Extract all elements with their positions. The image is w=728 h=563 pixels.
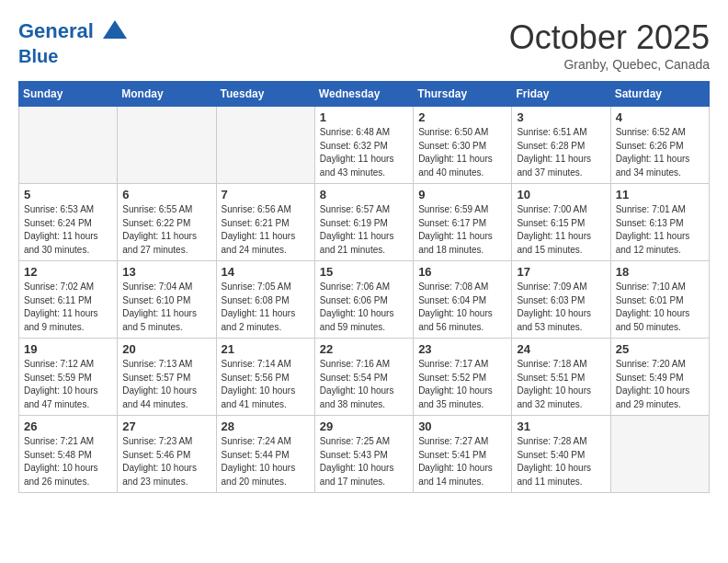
week-row-3: 12Sunrise: 7:02 AM Sunset: 6:11 PM Dayli… [19,261,710,339]
day-info: Sunrise: 7:25 AM Sunset: 5:43 PM Dayligh… [320,435,408,488]
calendar-cell: 19Sunrise: 7:12 AM Sunset: 5:59 PM Dayli… [19,339,118,416]
day-number: 8 [320,188,408,201]
day-info: Sunrise: 6:52 AM Sunset: 6:26 PM Dayligh… [616,126,704,179]
calendar-cell: 26Sunrise: 7:21 AM Sunset: 5:48 PM Dayli… [19,416,118,493]
weekday-header-wednesday: Wednesday [314,82,413,107]
day-number: 5 [24,188,112,201]
calendar-cell: 29Sunrise: 7:25 AM Sunset: 5:43 PM Dayli… [314,416,413,493]
day-info: Sunrise: 7:06 AM Sunset: 6:06 PM Dayligh… [320,281,408,334]
day-info: Sunrise: 7:09 AM Sunset: 6:03 PM Dayligh… [517,281,605,334]
day-number: 2 [418,110,506,124]
day-info: Sunrise: 7:21 AM Sunset: 5:48 PM Dayligh… [24,435,112,488]
title-section: October 2025 Granby, Quebec, Canada [509,18,710,72]
day-number: 31 [517,419,605,433]
logo-text: General [18,18,129,46]
calendar-cell: 14Sunrise: 7:05 AM Sunset: 6:08 PM Dayli… [216,261,314,339]
day-number: 16 [418,265,506,279]
day-info: Sunrise: 7:02 AM Sunset: 6:11 PM Dayligh… [24,281,112,334]
calendar-cell: 17Sunrise: 7:09 AM Sunset: 6:03 PM Dayli… [512,261,610,339]
day-number: 14 [222,265,310,279]
calendar-cell: 30Sunrise: 7:27 AM Sunset: 5:41 PM Dayli… [414,416,512,493]
day-info: Sunrise: 7:04 AM Sunset: 6:10 PM Dayligh… [122,281,210,334]
week-row-2: 5Sunrise: 6:53 AM Sunset: 6:24 PM Daylig… [19,184,710,261]
calendar-cell [216,107,314,184]
weekday-header-sunday: Sunday [19,82,118,107]
day-number: 13 [122,265,210,279]
calendar-cell: 8Sunrise: 6:57 AM Sunset: 6:19 PM Daylig… [314,184,413,261]
day-info: Sunrise: 6:50 AM Sunset: 6:30 PM Dayligh… [418,126,506,179]
day-info: Sunrise: 7:23 AM Sunset: 5:46 PM Dayligh… [122,435,210,488]
day-number: 30 [418,419,506,433]
calendar-cell: 22Sunrise: 7:16 AM Sunset: 5:54 PM Dayli… [314,339,413,416]
day-info: Sunrise: 7:16 AM Sunset: 5:54 PM Dayligh… [320,358,408,411]
calendar-cell: 5Sunrise: 6:53 AM Sunset: 6:24 PM Daylig… [19,184,118,261]
week-row-1: 1Sunrise: 6:48 AM Sunset: 6:32 PM Daylig… [19,107,710,184]
calendar-cell: 13Sunrise: 7:04 AM Sunset: 6:10 PM Dayli… [118,261,216,339]
calendar-cell: 1Sunrise: 6:48 AM Sunset: 6:32 PM Daylig… [314,107,413,184]
day-info: Sunrise: 7:27 AM Sunset: 5:41 PM Dayligh… [418,435,506,488]
day-info: Sunrise: 7:10 AM Sunset: 6:01 PM Dayligh… [616,281,704,334]
day-number: 4 [616,110,704,124]
weekday-header-thursday: Thursday [414,82,512,107]
week-row-4: 19Sunrise: 7:12 AM Sunset: 5:59 PM Dayli… [19,339,710,416]
day-number: 23 [418,342,506,356]
day-info: Sunrise: 7:05 AM Sunset: 6:08 PM Dayligh… [222,281,310,334]
calendar-cell: 6Sunrise: 6:55 AM Sunset: 6:22 PM Daylig… [118,184,216,261]
calendar-cell [610,416,709,493]
calendar-table: SundayMondayTuesdayWednesdayThursdayFrid… [18,81,710,493]
day-info: Sunrise: 7:24 AM Sunset: 5:44 PM Dayligh… [222,435,310,488]
calendar-cell: 7Sunrise: 6:56 AM Sunset: 6:21 PM Daylig… [216,184,314,261]
day-info: Sunrise: 7:01 AM Sunset: 6:13 PM Dayligh… [616,203,704,257]
location-subtitle: Granby, Quebec, Canada [509,57,710,72]
calendar-cell: 10Sunrise: 7:00 AM Sunset: 6:15 PM Dayli… [512,184,610,261]
calendar-cell: 21Sunrise: 7:14 AM Sunset: 5:56 PM Dayli… [216,339,314,416]
calendar-cell: 4Sunrise: 6:52 AM Sunset: 6:26 PM Daylig… [610,107,709,184]
calendar-cell: 24Sunrise: 7:18 AM Sunset: 5:51 PM Dayli… [512,339,610,416]
day-number: 1 [320,110,408,124]
calendar-cell: 28Sunrise: 7:24 AM Sunset: 5:44 PM Dayli… [216,416,314,493]
logo: General Blue [18,18,129,66]
page-header: General Blue October 2025 Granby, Quebec… [18,18,710,72]
weekday-header-friday: Friday [512,82,610,107]
weekday-header-monday: Monday [118,82,216,107]
day-info: Sunrise: 7:12 AM Sunset: 5:59 PM Dayligh… [24,358,112,411]
day-number: 22 [320,342,408,356]
calendar-cell: 9Sunrise: 6:59 AM Sunset: 6:17 PM Daylig… [414,184,512,261]
calendar-cell [19,107,118,184]
calendar-cell: 12Sunrise: 7:02 AM Sunset: 6:11 PM Dayli… [19,261,118,339]
day-info: Sunrise: 6:53 AM Sunset: 6:24 PM Dayligh… [24,203,112,257]
day-number: 24 [517,342,605,356]
day-number: 6 [122,188,210,201]
weekday-header-row: SundayMondayTuesdayWednesdayThursdayFrid… [19,82,710,107]
logo-general: General [18,19,94,42]
logo-icon [101,18,129,46]
calendar-cell: 23Sunrise: 7:17 AM Sunset: 5:52 PM Dayli… [414,339,512,416]
day-info: Sunrise: 7:20 AM Sunset: 5:49 PM Dayligh… [616,358,704,411]
calendar-cell: 31Sunrise: 7:28 AM Sunset: 5:40 PM Dayli… [512,416,610,493]
month-title: October 2025 [509,18,710,57]
day-info: Sunrise: 6:48 AM Sunset: 6:32 PM Dayligh… [320,126,408,179]
day-number: 27 [122,419,210,433]
day-info: Sunrise: 7:28 AM Sunset: 5:40 PM Dayligh… [517,435,605,488]
day-number: 9 [418,188,506,201]
calendar-cell: 16Sunrise: 7:08 AM Sunset: 6:04 PM Dayli… [414,261,512,339]
day-number: 15 [320,265,408,279]
weekday-header-saturday: Saturday [610,82,709,107]
day-number: 20 [122,342,210,356]
day-number: 29 [320,419,408,433]
day-number: 17 [517,265,605,279]
day-number: 12 [24,265,112,279]
calendar-cell: 18Sunrise: 7:10 AM Sunset: 6:01 PM Dayli… [610,261,709,339]
calendar-cell: 15Sunrise: 7:06 AM Sunset: 6:06 PM Dayli… [314,261,413,339]
day-info: Sunrise: 7:14 AM Sunset: 5:56 PM Dayligh… [222,358,310,411]
day-info: Sunrise: 7:17 AM Sunset: 5:52 PM Dayligh… [418,358,506,411]
day-number: 18 [616,265,704,279]
day-number: 10 [517,188,605,201]
day-info: Sunrise: 6:57 AM Sunset: 6:19 PM Dayligh… [320,203,408,257]
day-number: 21 [222,342,310,356]
day-number: 19 [24,342,112,356]
day-info: Sunrise: 7:13 AM Sunset: 5:57 PM Dayligh… [122,358,210,411]
logo-blue: Blue [18,46,129,66]
calendar-cell [118,107,216,184]
day-number: 28 [222,419,310,433]
